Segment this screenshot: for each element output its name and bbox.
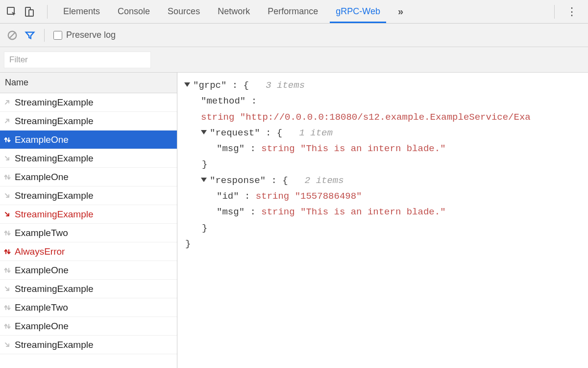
json-key: id [222,191,233,202]
json-key: grpc [198,80,221,91]
arrow-down-icon [3,285,12,293]
json-type: string [261,207,294,217]
request-name: StreamingExample [15,284,94,294]
arrow-down-icon [3,341,12,349]
request-name: StreamingExample [15,209,94,220]
arrows-updown-icon [3,247,12,256]
json-item-count: 2 items [305,175,344,186]
json-row[interactable]: string "http://0.0.0.0:18080/s12.example… [184,109,581,125]
tab-label: gRPC-Web [336,6,380,17]
json-item-count: 3 items [266,80,305,91]
list-item[interactable]: ExampleOne [0,317,177,336]
list-item[interactable]: ExampleOne [0,168,177,186]
request-name: ExampleOne [15,265,69,276]
list-item[interactable]: StreamingExample [0,336,177,354]
toolbar-divider [44,29,45,42]
tab-network[interactable]: Network [209,0,259,23]
tab-label: Elements [63,6,100,17]
request-name: StreamingExample [15,153,94,164]
tabbar-divider-right [554,5,555,19]
arrows-updown-icon [3,173,12,182]
tab-label: Sources [168,6,200,17]
json-row[interactable]: "response" : { 2 items [184,173,581,188]
request-name: StreamingExample [15,116,94,127]
arrows-updown-icon [3,322,12,331]
preserve-log-label: Preserve log [66,30,116,40]
list-item[interactable]: ExampleOne [0,131,177,149]
inspect-icon[interactable] [6,6,18,18]
request-list: StreamingExampleStreamingExampleExampleO… [0,93,177,368]
chevron-down-icon[interactable] [201,130,207,134]
devtools-tabbar: ElementsConsoleSourcesNetworkPerformance… [0,0,588,24]
json-value: http://0.0.0.0:18080/s12.example.Example… [245,112,531,123]
arrows-updown-icon [3,303,12,312]
detail-pane: "grpc" : { 3 items "method" : string "ht… [177,73,588,368]
json-row[interactable]: "msg" : string "This is an intern blade.… [184,204,581,220]
tab-elements[interactable]: Elements [54,0,109,23]
list-item[interactable]: StreamingExample [0,149,177,168]
json-value: This is an intern blade. [306,207,440,217]
arrow-up-icon [3,98,12,107]
preserve-log-checkbox[interactable] [53,31,62,40]
json-row[interactable]: "id" : string "1557886498" [184,188,581,204]
column-header-name[interactable]: Name [0,73,177,93]
request-name: ExampleOne [15,321,69,332]
list-item[interactable]: AlwaysError [0,242,177,261]
request-name: ExampleOne [15,172,69,183]
tabs-more-icon[interactable]: » [389,0,412,23]
json-key: msg [222,207,239,217]
filter-icon[interactable] [24,30,35,41]
column-header-label: Name [5,78,28,88]
tabbar-divider [47,5,48,19]
tab-grpc-web[interactable]: gRPC-Web [327,0,389,23]
list-item[interactable]: StreamingExample [0,112,177,131]
request-name: AlwaysError [15,246,65,257]
list-item[interactable]: StreamingExample [0,280,177,298]
json-row: } [185,236,581,252]
request-name: ExampleTwo [15,228,68,238]
panel-toolbar: Preserve log [0,24,588,47]
json-row[interactable]: "grpc" : { 3 items [184,78,581,93]
json-row: } [185,220,581,236]
arrows-updown-icon [3,266,12,275]
filter-input[interactable] [4,52,151,68]
json-key: msg [222,143,239,154]
request-name: StreamingExample [15,97,94,108]
tab-sources[interactable]: Sources [159,0,209,23]
list-item[interactable]: StreamingExample [0,205,177,224]
tab-label: Network [218,6,250,17]
json-value: This is an intern blade. [306,143,440,154]
list-item[interactable]: StreamingExample [0,186,177,205]
list-item[interactable]: ExampleOne [0,261,177,280]
request-name: StreamingExample [15,190,94,201]
chevron-down-icon[interactable] [201,178,207,182]
svg-rect-2 [29,10,33,16]
json-type: string [256,191,289,202]
list-item[interactable]: StreamingExample [0,93,177,112]
list-item[interactable]: ExampleTwo [0,298,177,317]
tab-label: Performance [268,6,318,17]
list-item[interactable]: ExampleTwo [0,224,177,242]
tab-console[interactable]: Console [109,0,159,23]
json-row: } [185,157,581,172]
request-list-panel: Name StreamingExampleStreamingExampleExa… [0,73,177,368]
chevron-down-icon[interactable] [184,82,190,87]
device-mode-icon[interactable] [24,6,35,18]
request-name: ExampleTwo [15,302,68,313]
arrows-updown-icon [3,135,12,144]
json-key: request [215,128,254,138]
arrow-up-icon [3,117,12,126]
json-row[interactable]: "request" : { 1 item [184,125,581,141]
request-name: StreamingExample [15,340,94,350]
preserve-log-toggle[interactable]: Preserve log [53,30,116,40]
arrow-down-icon [3,191,12,200]
json-row[interactable]: "msg" : string "This is an intern blade.… [184,141,581,157]
tab-performance[interactable]: Performance [259,0,327,23]
clear-icon[interactable] [7,30,18,41]
filter-bar [0,47,588,73]
json-row[interactable]: "method" : [184,93,581,109]
kebab-menu-icon[interactable]: ⋮ [562,6,582,17]
json-key: response [215,175,260,186]
tab-label: Console [118,6,150,17]
json-item-count: 1 item [299,128,332,138]
